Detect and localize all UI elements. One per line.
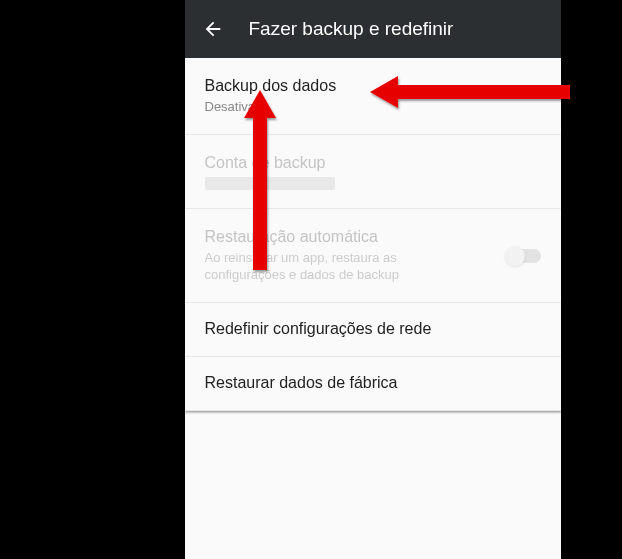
item-title: Restauração automática (205, 227, 465, 248)
settings-screen: Fazer backup e redefinir Backup dos dado… (185, 0, 561, 559)
redacted-account (205, 177, 335, 190)
item-title: Conta de backup (205, 153, 335, 174)
item-title: Redefinir configurações de rede (205, 319, 432, 340)
item-subtitle: Ao reinstalar um app, restaura as config… (205, 250, 465, 284)
item-content: Conta de backup (205, 153, 335, 191)
auto-restore-toggle (507, 249, 541, 263)
item-title: Restaurar dados de fábrica (205, 373, 398, 394)
item-content: Backup dos dados Desativado (205, 76, 337, 116)
back-button[interactable] (201, 17, 225, 41)
backup-data-item[interactable]: Backup dos dados Desativado (185, 58, 561, 135)
app-header: Fazer backup e redefinir (185, 0, 561, 58)
arrow-back-icon (202, 18, 224, 40)
item-content: Restaurar dados de fábrica (205, 373, 398, 394)
item-content: Redefinir configurações de rede (205, 319, 432, 340)
item-subtitle: Desativado (205, 99, 337, 116)
network-reset-item[interactable]: Redefinir configurações de rede (185, 303, 561, 357)
page-title: Fazer backup e redefinir (249, 18, 454, 40)
settings-list: Backup dos dados Desativado Conta de bac… (185, 58, 561, 411)
backup-account-item: Conta de backup (185, 135, 561, 210)
item-title: Backup dos dados (205, 76, 337, 97)
factory-reset-item[interactable]: Restaurar dados de fábrica (185, 357, 561, 411)
auto-restore-item: Restauração automática Ao reinstalar um … (185, 209, 561, 303)
item-content: Restauração automática Ao reinstalar um … (205, 227, 465, 284)
